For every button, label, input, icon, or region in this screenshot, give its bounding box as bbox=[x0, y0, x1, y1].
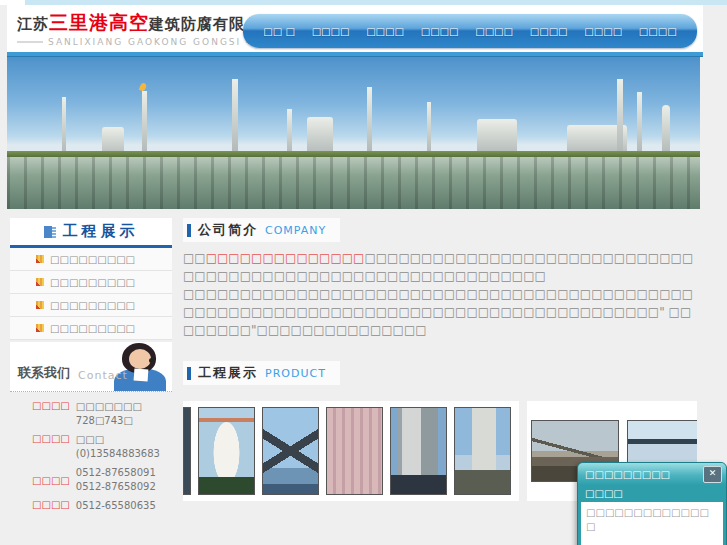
nav-item-1[interactable]: □□□□ bbox=[312, 26, 350, 37]
contact-value: 0512-65580635 bbox=[76, 499, 156, 513]
contact-label: □□□□ bbox=[32, 400, 70, 411]
company-name-highlight: □□□□□□□□□□□□□□ bbox=[206, 251, 365, 265]
chat-popup-titlebar[interactable]: □□□□□□□□□ ✕ bbox=[578, 463, 726, 485]
main-nav: □□ □ □□□□ □□□□ □□□□ □□□□ □□□□ □□□□ □□□□ bbox=[243, 14, 697, 48]
project-thumbnail-cooling-tower[interactable] bbox=[198, 407, 255, 495]
contact-entry-person: □□□□ □□□(0)13584883683 bbox=[32, 433, 172, 461]
section-bar-icon bbox=[187, 367, 191, 380]
contact-header-en: Contact bbox=[78, 369, 128, 382]
sidebar-menu-item-2[interactable]: □□□□□□□□□ bbox=[10, 271, 172, 294]
banner-photo bbox=[7, 57, 700, 209]
banner-chimney bbox=[287, 109, 292, 157]
project-thumbnail-lattice-tower[interactable] bbox=[262, 407, 319, 495]
logo-subtitle-text: SANLIXIANG GAOKONG GONGSI bbox=[48, 37, 241, 47]
sidebar-menu-item-3[interactable]: □□□□□□□□□ bbox=[10, 294, 172, 317]
nav-item-4[interactable]: □□□□ bbox=[475, 26, 513, 37]
menu-item-label: □□□□□□□□□ bbox=[50, 323, 135, 334]
contact-value: (0)13584883683 bbox=[76, 447, 160, 461]
banner-chimney bbox=[232, 79, 238, 157]
banner-chimney bbox=[637, 92, 642, 157]
company-title-en: COMPANY bbox=[265, 224, 326, 237]
contact-value: □□□ bbox=[76, 433, 160, 447]
product-scroller bbox=[183, 401, 519, 501]
banner-chimney bbox=[142, 91, 147, 157]
close-icon[interactable]: ✕ bbox=[703, 466, 722, 483]
product-section-header: 工程展示 PRODUCT bbox=[183, 361, 340, 385]
intro-paragraph-2: □□□□□□□□□□□□□□□□□□□□□□□□□□□□□□□□□□□□□□□□… bbox=[183, 285, 700, 339]
section-bar-icon bbox=[187, 224, 191, 237]
contact-entry-phone: □□□□ 0512-876580910512-87658092 bbox=[32, 466, 172, 494]
header: 江苏三里港高空建筑防腐有限公司 SANLIXIANG GAOKONG GONGS… bbox=[7, 5, 703, 52]
bullet-icon bbox=[36, 255, 44, 263]
company-section-header: 公司简介 COMPANY bbox=[183, 218, 340, 242]
sidebar-menu-item-4[interactable]: □□□□□□□□□ bbox=[10, 317, 172, 340]
menu-item-label: □□□□□□□□□ bbox=[50, 300, 135, 311]
contact-label: □□□□ bbox=[32, 433, 70, 444]
nav-item-3[interactable]: □□□□ bbox=[421, 26, 459, 37]
sidebar-menu: □□□□□□□□□ □□□□□□□□□ □□□□□□□□□ □□□□□□□□□ bbox=[10, 248, 172, 340]
logo-title: 江苏三里港高空建筑防腐有限公司 bbox=[17, 10, 267, 36]
logo-prefix: 江苏 bbox=[17, 15, 49, 33]
contact-value: □□□□□□□ bbox=[76, 400, 142, 414]
nav-item-6[interactable]: □□□□ bbox=[584, 26, 622, 37]
banner-chimney bbox=[617, 79, 623, 157]
nav-item-5[interactable]: □□□□ bbox=[530, 26, 568, 37]
chat-popup-title: □□□□□□□□□ bbox=[585, 469, 670, 480]
contact-list: □□□□ □□□□□□□728□743□ □□□□ □□□(0)13584883… bbox=[10, 392, 172, 513]
menu-item-label: □□□□□□□□□ bbox=[50, 277, 135, 288]
project-thumbnail-partial[interactable] bbox=[183, 407, 191, 495]
project-thumbnail-cooling-tower-2[interactable] bbox=[454, 407, 511, 495]
chat-popup-window: □□□□□□□□□ ✕ □□□□ □□□□□□□□□□□□□□ bbox=[577, 462, 727, 545]
contact-label: □□□□ bbox=[32, 475, 70, 486]
sidebar-menu-item-1[interactable]: □□□□□□□□□ bbox=[10, 248, 172, 271]
intro-text: □□ bbox=[183, 251, 206, 265]
nav-item-2[interactable]: □□□□ bbox=[366, 26, 404, 37]
nav-item-7[interactable]: □□□□ bbox=[639, 26, 677, 37]
bullet-icon bbox=[36, 278, 44, 286]
company-logo: 江苏三里港高空建筑防腐有限公司 SANLIXIANG GAOKONG GONGS… bbox=[17, 10, 267, 47]
intro-text: □□□□□□□□□□□□□□□ bbox=[257, 323, 427, 337]
intro-text: □□□□□□□□□□□□□□□□□□□□□□□□□□□□□□□□□□□□□□□□… bbox=[183, 287, 693, 319]
company-intro: □□□□□□□□□□□□□□□□□□□□□□□□□□□□□□□□□□□□□□□□… bbox=[183, 249, 700, 339]
banner-chimney bbox=[62, 97, 66, 157]
bullet-icon bbox=[36, 324, 44, 332]
contact-value: 0512-87658092 bbox=[76, 480, 156, 494]
project-thumbnail-chimney[interactable] bbox=[390, 407, 447, 495]
sidebar: 工程展示 □□□□□□□□□ □□□□□□□□□ □□□□□□□□□ □□□□□… bbox=[10, 218, 172, 518]
contact-header-zh: 联系我们 bbox=[18, 364, 70, 382]
contact-value: 728□743□ bbox=[76, 414, 142, 428]
contact-entry-address: □□□□ □□□□□□□728□743□ bbox=[32, 400, 172, 428]
main-content: 公司简介 COMPANY □□□□□□□□□□□□□□□□□□□□□□□□□□□… bbox=[183, 218, 700, 501]
logo-subtitle: SANLIXIANG GAOKONG GONGSI bbox=[17, 37, 267, 47]
product-title-en: PRODUCT bbox=[265, 367, 326, 380]
banner-chimney bbox=[427, 102, 431, 157]
banner-water bbox=[7, 157, 700, 209]
nav-item-home[interactable]: □□ □ bbox=[263, 26, 295, 37]
contact-banner: 联系我们 Contact bbox=[10, 342, 172, 392]
chat-popup-message: □□□□□□□□□□□□□□ bbox=[581, 502, 723, 545]
company-title-zh: 公司简介 bbox=[198, 221, 258, 239]
customer-service-photo bbox=[110, 342, 170, 391]
product-title-zh: 工程展示 bbox=[198, 364, 258, 382]
intro-paragraph-1: □□□□□□□□□□□□□□□□□□□□□□□□□□□□□□□□□□□□□□□□… bbox=[183, 249, 700, 285]
contact-label: □□□□ bbox=[32, 499, 70, 510]
contact-entry-fax: □□□□ 0512-65580635 bbox=[32, 499, 172, 513]
page: 江苏三里港高空建筑防腐有限公司 SANLIXIANG GAOKONG GONGS… bbox=[0, 0, 727, 545]
banner-tower bbox=[662, 105, 670, 157]
contact-value: 0512-87658091 bbox=[76, 466, 156, 480]
building-icon bbox=[44, 226, 56, 238]
logo-highlight: 三里港高空 bbox=[49, 11, 149, 33]
banner-chimney bbox=[367, 87, 372, 157]
project-thumbnail-highrise[interactable] bbox=[326, 407, 383, 495]
chat-popup-subtitle: □□□□ bbox=[578, 485, 726, 502]
menu-item-label: □□□□□□□□□ bbox=[50, 254, 135, 265]
sidebar-title-text: 工程展示 bbox=[63, 222, 139, 241]
bullet-icon bbox=[36, 301, 44, 309]
sidebar-title: 工程展示 bbox=[10, 218, 172, 248]
